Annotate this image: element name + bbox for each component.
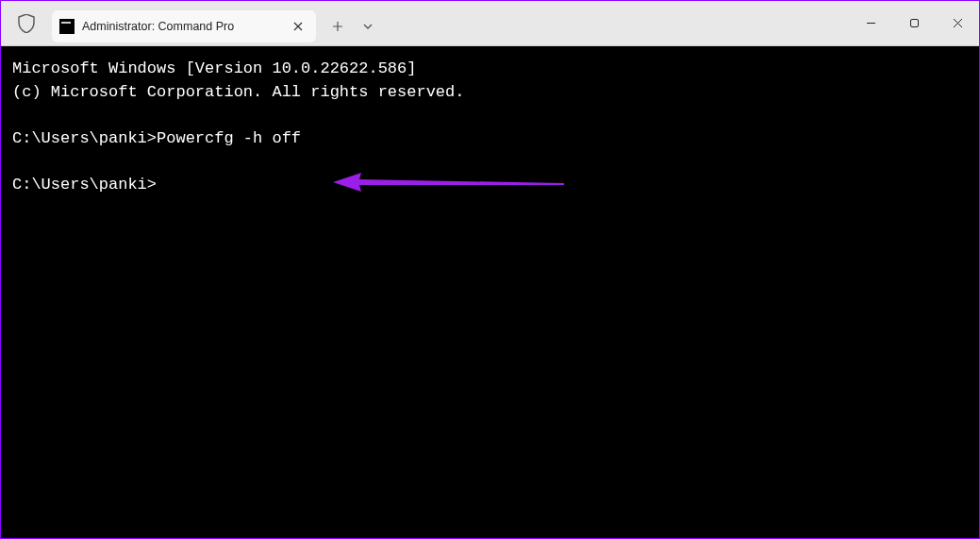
annotation-arrow-icon: [333, 169, 569, 197]
titlebar: Administrator: Command Pro: [1, 1, 979, 46]
maximize-button[interactable]: [892, 1, 936, 45]
terminal-prompt: C:\Users\panki>: [12, 176, 157, 194]
svg-marker-1: [333, 173, 564, 192]
terminal-line: (c) Microsoft Corporation. All rights re…: [12, 83, 464, 101]
shield-icon: [18, 14, 35, 33]
tab-title: Administrator: Command Pro: [82, 20, 284, 33]
window-controls: [849, 1, 979, 45]
tabs-dropdown-button[interactable]: [354, 10, 382, 42]
tab-active[interactable]: Administrator: Command Pro: [52, 10, 316, 42]
terminal-line: Microsoft Windows [Version 10.0.22622.58…: [12, 59, 416, 77]
svg-rect-0: [910, 20, 918, 27]
terminal-command: Powercfg -h off: [157, 129, 301, 147]
terminal-output[interactable]: Microsoft Windows [Version 10.0.22622.58…: [1, 46, 979, 538]
terminal-prompt: C:\Users\panki>: [12, 129, 157, 147]
close-window-button[interactable]: [936, 1, 979, 45]
cmd-icon: [59, 19, 75, 34]
new-tab-button[interactable]: [322, 10, 354, 42]
minimize-button[interactable]: [849, 1, 892, 45]
close-tab-button[interactable]: [290, 18, 307, 35]
